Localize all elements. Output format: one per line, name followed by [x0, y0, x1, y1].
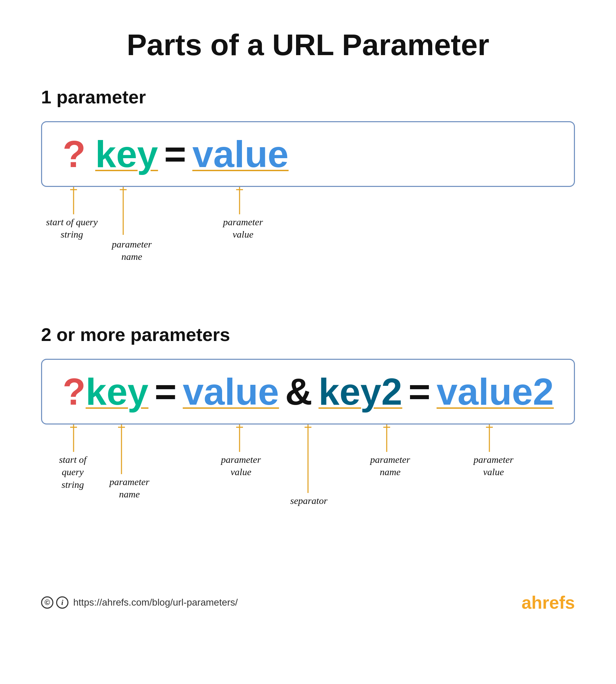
- section-2: 2 or more parameters ? key = value & key…: [41, 324, 575, 555]
- label-param-name-2b: parametername: [359, 454, 421, 479]
- footer: © i https://ahrefs.com/blog/url-paramete…: [41, 582, 575, 613]
- footer-left: © i https://ahrefs.com/blog/url-paramete…: [41, 596, 238, 609]
- label-param-value-1: parameter value: [212, 216, 274, 241]
- token-value2: value2: [437, 373, 554, 410]
- info-icon: i: [56, 596, 68, 609]
- url-box-1-wrapper: ? key = value: [41, 121, 575, 187]
- section-1-heading: 1 parameter: [41, 86, 575, 107]
- token-question-2: ?: [63, 373, 86, 410]
- label-start-2: start ofquerystring: [44, 454, 101, 491]
- url-box-2-wrapper: ? key = value & key2 = value2: [41, 359, 575, 425]
- token-key-2: key: [86, 373, 149, 410]
- footer-url: https://ahrefs.com/blog/url-parameters/: [73, 597, 238, 608]
- token-value-2: value: [183, 373, 279, 410]
- url-box-1: ? key = value: [41, 121, 575, 187]
- token-key2: key2: [319, 373, 402, 410]
- label-param-name-1: parameter name: [101, 238, 163, 263]
- label-param-name-2a: parametername: [99, 476, 160, 501]
- label-param-value-2a: parametervalue: [210, 454, 272, 479]
- token-equals-2b: =: [408, 373, 430, 410]
- section-1: 1 parameter ? key = value start of q: [41, 86, 575, 296]
- token-question-1: ?: [63, 135, 86, 173]
- footer-icons: © i: [41, 596, 68, 609]
- cc-icon: ©: [41, 596, 53, 609]
- token-key-1: key: [95, 135, 158, 173]
- section-2-heading: 2 or more parameters: [41, 324, 575, 345]
- label-separator: separator: [281, 495, 337, 507]
- label-param-value-2b: parametervalue: [463, 454, 524, 479]
- token-ampersand: &: [285, 373, 312, 410]
- url-box-2: ? key = value & key2 = value2: [41, 359, 575, 425]
- page-title: Parts of a URL Parameter: [41, 27, 575, 62]
- token-value-1: value: [192, 135, 288, 173]
- token-equals-1: =: [164, 135, 186, 173]
- token-equals-2a: =: [155, 373, 177, 410]
- annotations-2: start ofquerystring parametername parame…: [41, 425, 575, 555]
- annotations-1: start of query string parameter name par…: [41, 187, 575, 296]
- ahrefs-logo: ahrefs: [522, 592, 575, 613]
- label-start-1: start of query string: [44, 216, 99, 241]
